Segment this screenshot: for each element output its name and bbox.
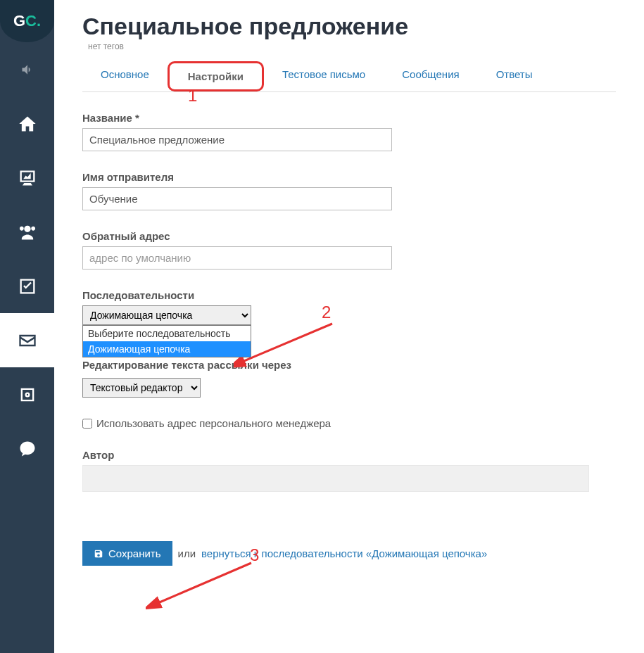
use-manager-label: Использовать адрес персонального менедже… [96,417,331,429]
nav-chat[interactable] [0,421,54,476]
nav-users[interactable] [0,205,54,259]
users-icon [18,222,37,242]
sender-input[interactable] [82,187,392,210]
sequences-label: Последовательности [82,289,616,301]
svg-line-0 [241,324,332,362]
svg-line-1 [156,563,251,604]
or-text: или [178,547,196,559]
nav-chart[interactable] [0,151,54,205]
sender-label: Имя отправителя [82,171,616,183]
editor-select[interactable]: Текстовый редактор [82,378,201,398]
nav-safe[interactable] [0,367,54,421]
sidebar: GC. [0,0,54,653]
author-box[interactable] [82,465,589,492]
logo[interactable]: GC. [0,0,54,42]
tab-messages[interactable]: Сообщения [384,61,477,91]
author-label: Автор [82,449,616,461]
reply-input[interactable] [82,246,392,270]
save-button-label: Сохранить [108,547,161,559]
tags-note: нет тегов [88,42,616,51]
tab-settings[interactable]: Настройки [168,61,264,91]
nav-check[interactable] [0,259,54,313]
name-label: Название * [82,112,616,124]
tab-answers[interactable]: Ответы [478,61,551,91]
tab-test-letter[interactable]: Тестовое письмо [264,61,384,91]
nav-sound[interactable] [0,42,54,96]
back-link[interactable]: вернуться к последовательности «Дожимающ… [201,547,487,559]
name-input[interactable] [82,128,392,151]
sequences-select[interactable]: Дожимающая цепочка [82,305,251,325]
logo-c: C. [25,12,41,30]
sound-icon [20,63,34,77]
nav-home[interactable] [0,96,54,151]
tab-main[interactable]: Основное [82,61,168,91]
use-manager-checkbox[interactable] [82,419,92,429]
save-button[interactable]: Сохранить [82,541,172,566]
mail-icon [18,331,37,350]
editor-label: Редактирование текста рассылки через [82,359,616,371]
seq-option-placeholder[interactable]: Выберите последовательность [83,326,251,341]
save-icon [94,549,103,559]
seq-option-chain[interactable]: Дожимающая цепочка [83,341,251,357]
nav-mail[interactable] [0,313,54,367]
logo-g: G [13,12,25,30]
chat-icon [18,439,37,459]
home-icon [18,114,37,134]
page-title: Специальное предложение [82,13,616,40]
chart-icon [18,168,37,188]
safe-icon [18,385,37,405]
check-icon [18,277,37,296]
main-content: Специальное предложение нет тегов Основн… [54,0,644,653]
reply-label: Обратный адрес [82,230,616,242]
tabs: Основное Настройки Тестовое письмо Сообщ… [82,61,616,92]
